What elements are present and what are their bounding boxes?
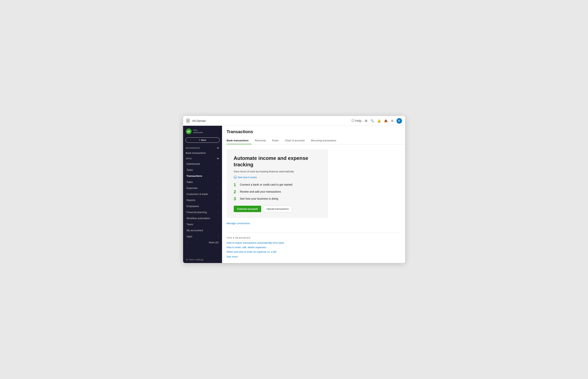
box-icon: 📥	[384, 119, 388, 123]
chevron-right-icon: ›	[218, 235, 218, 237]
gear-settings-icon: ⚙	[186, 258, 188, 261]
step-item-2: 2 Review and add your transactions	[234, 190, 321, 194]
waffle-menu-button[interactable]: ⊞	[365, 119, 367, 123]
tips-link-3[interactable]: When and why to enter an expense vs. a b…	[227, 250, 400, 253]
chevron-right-icon: ›	[218, 211, 218, 213]
play-icon: ▶	[234, 176, 237, 179]
sidebar-item-my-accountant[interactable]: My accountant	[184, 227, 221, 233]
sidebar-item-transactions[interactable]: Transactions ›	[184, 173, 221, 179]
sidebar-item-reports[interactable]: Reports ›	[184, 197, 221, 203]
step-text-2: Review and add your transactions	[240, 190, 281, 193]
sidebar-item-bank-transactions-bookmark[interactable]: Bank transactions	[183, 150, 222, 156]
page-header: Transactions	[222, 126, 405, 137]
sidebar-item-workflow-automation[interactable]: Workflow automation ›	[184, 215, 221, 221]
breadcrumb: VN Damian	[192, 119, 206, 122]
avatar[interactable]: D	[397, 118, 402, 124]
promo-subtitle: Save hours of work by tracking finances …	[234, 170, 321, 173]
sidebar-item-apps[interactable]: Apps ›	[184, 234, 221, 239]
divider	[227, 233, 400, 233]
tips-link-2[interactable]: How to enter, edit, delete expenses	[227, 246, 400, 249]
tab-bank-transactions[interactable]: Bank transactions	[227, 137, 252, 144]
chevron-right-icon: ›	[218, 163, 218, 165]
grid-icon: ⊞	[365, 119, 367, 123]
gear-icon: ⚙	[391, 119, 393, 123]
logo-text: intuit quickbooks	[193, 129, 203, 134]
chevron-right-icon: ›	[218, 217, 218, 219]
step-text-3: See how your business is doing	[240, 197, 278, 200]
promo-card: Automate income and expense tracking Sav…	[227, 149, 328, 218]
tips-section: TIPS & RESOURCES How to import transacti…	[227, 237, 400, 258]
qb-logo-icon: qb	[186, 128, 192, 134]
browser-window: ☰ VN Damian ⓘ Help ⊞ 🔍 🔔 📥 ⚙	[183, 116, 405, 263]
sidebar-item-tasks[interactable]: Tasks	[184, 167, 221, 173]
sidebar-item-financial-planning[interactable]: Financial planning ›	[184, 209, 221, 215]
help-circle-icon: ⓘ	[351, 119, 354, 123]
tab-reconcile[interactable]: Reconcile	[252, 137, 269, 144]
menu-settings-button[interactable]: ⚙ Menu settings	[183, 256, 222, 263]
content-body: Automate income and expense tracking Sav…	[222, 144, 405, 263]
page-title: Transactions	[227, 129, 400, 134]
sidebar-item-more[interactable]: › More (0)	[184, 240, 221, 245]
step-item-1: 1 Connect a bank or credit card to get s…	[234, 183, 321, 187]
top-bar: ☰ VN Damian ⓘ Help ⊞ 🔍 🔔 📥 ⚙	[183, 116, 405, 126]
chevron-right-icon: ›	[218, 193, 218, 195]
connect-account-button[interactable]: Connect account	[234, 206, 261, 212]
settings-button[interactable]: ⚙	[391, 119, 393, 123]
main-layout: qb intuit quickbooks + New BOOKMARKS ✏ B…	[183, 126, 405, 263]
edit-bookmarks-icon[interactable]: ✏	[217, 147, 219, 150]
sidebar-logo: qb intuit quickbooks	[183, 126, 222, 136]
new-button[interactable]: + New	[185, 137, 220, 143]
promo-actions: Connect account Upload transactions	[234, 206, 321, 212]
notifications-button[interactable]: 🔔	[377, 119, 381, 123]
sidebar: qb intuit quickbooks + New BOOKMARKS ✏ B…	[183, 126, 222, 263]
tips-link-1[interactable]: How to import transactions automatically…	[227, 241, 400, 244]
step-number-1: 1	[234, 183, 238, 187]
promo-title: Automate income and expense tracking	[234, 155, 321, 168]
chevron-right-icon: ›	[218, 199, 218, 201]
menu-section-label: MENU ✏	[183, 156, 222, 161]
see-more-link[interactable]: See more	[227, 255, 238, 258]
search-icon: 🔍	[370, 119, 374, 123]
sidebar-item-dashboards[interactable]: Dashboards ›	[184, 161, 221, 167]
step-number-3: 3	[234, 197, 238, 201]
search-button[interactable]: 🔍	[370, 119, 374, 123]
top-bar-right: ⓘ Help ⊞ 🔍 🔔 📥 ⚙ D	[351, 118, 402, 124]
step-number-2: 2	[234, 190, 238, 194]
see-how-link[interactable]: ▶ See how it works	[234, 176, 321, 179]
steps-list: 1 Connect a bank or credit card to get s…	[234, 183, 321, 201]
step-item-3: 3 See how your business is doing	[234, 197, 321, 201]
help-button[interactable]: ⓘ Help	[351, 119, 362, 123]
tips-section-label: TIPS & RESOURCES	[227, 237, 400, 239]
manage-connections-link[interactable]: Manage connections	[227, 222, 400, 225]
edit-menu-icon[interactable]: ✏	[217, 157, 219, 160]
sidebar-item-employees[interactable]: Employees	[184, 203, 221, 209]
chevron-right-icon: ›	[218, 187, 218, 189]
tabs-bar: Bank transactions Reconcile Rules Chart …	[222, 137, 405, 144]
sidebar-item-sales[interactable]: Sales ›	[184, 179, 221, 185]
sidebar-item-expenses[interactable]: Expenses ›	[184, 185, 221, 191]
tab-recurring-transactions[interactable]: Recurring transactions	[308, 137, 339, 144]
top-bar-left: ☰ VN Damian	[186, 119, 206, 123]
tab-rules[interactable]: Rules	[269, 137, 282, 144]
hamburger-button[interactable]: ☰	[186, 119, 190, 123]
upload-transactions-button[interactable]: Upload transactions	[263, 206, 292, 212]
content-area: Transactions Bank transactions Reconcile…	[222, 126, 405, 263]
chevron-right-icon: ›	[218, 181, 218, 183]
bookmarks-section-label: BOOKMARKS ✏	[183, 145, 222, 150]
chevron-right-icon: ›	[218, 175, 218, 177]
bell-icon: 🔔	[377, 119, 381, 123]
inbox-button[interactable]: 📥	[384, 119, 388, 123]
sidebar-item-taxes[interactable]: Taxes	[184, 221, 221, 227]
sidebar-item-customers-leads[interactable]: Customers & leads ›	[184, 191, 221, 197]
tab-chart-of-accounts[interactable]: Chart of accounts	[282, 137, 308, 144]
step-text-1: Connect a bank or credit card to get sta…	[240, 183, 292, 186]
